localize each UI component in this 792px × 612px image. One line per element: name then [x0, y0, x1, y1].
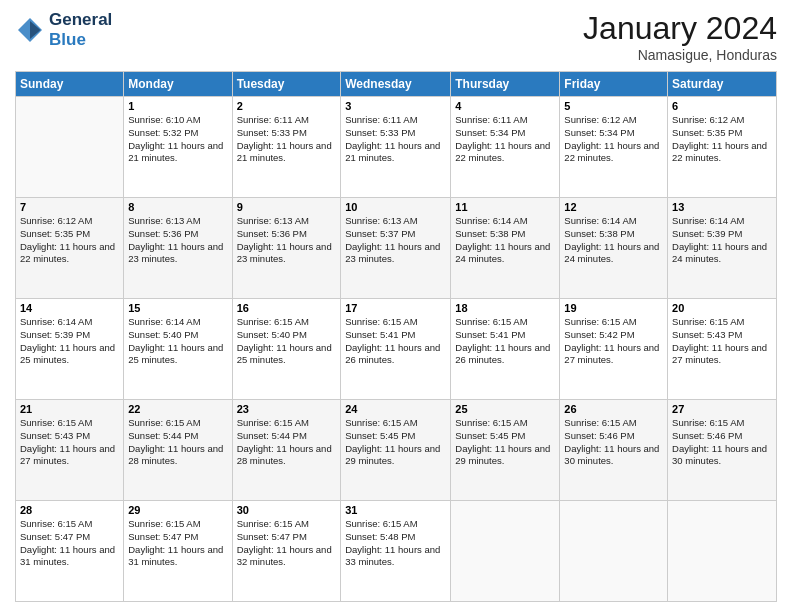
- day-number: 22: [128, 403, 227, 415]
- day-info: Sunrise: 6:12 AMSunset: 5:35 PMDaylight:…: [20, 215, 119, 266]
- day-number: 21: [20, 403, 119, 415]
- day-number: 7: [20, 201, 119, 213]
- day-number: 13: [672, 201, 772, 213]
- weekday-header: Tuesday: [232, 72, 341, 97]
- day-info: Sunrise: 6:14 AMSunset: 5:38 PMDaylight:…: [455, 215, 555, 266]
- calendar-week-row: 14 Sunrise: 6:14 AMSunset: 5:39 PMDaylig…: [16, 299, 777, 400]
- day-info: Sunrise: 6:12 AMSunset: 5:34 PMDaylight:…: [564, 114, 663, 165]
- title-area: January 2024 Namasigue, Honduras: [583, 10, 777, 63]
- location: Namasigue, Honduras: [583, 47, 777, 63]
- day-number: 2: [237, 100, 337, 112]
- logo: General Blue: [15, 10, 112, 50]
- calendar-table: SundayMondayTuesdayWednesdayThursdayFrid…: [15, 71, 777, 602]
- day-number: 30: [237, 504, 337, 516]
- calendar-week-row: 21 Sunrise: 6:15 AMSunset: 5:43 PMDaylig…: [16, 400, 777, 501]
- day-number: 26: [564, 403, 663, 415]
- day-number: 16: [237, 302, 337, 314]
- day-info: Sunrise: 6:15 AMSunset: 5:47 PMDaylight:…: [128, 518, 227, 569]
- day-info: Sunrise: 6:15 AMSunset: 5:43 PMDaylight:…: [672, 316, 772, 367]
- calendar-cell: 30 Sunrise: 6:15 AMSunset: 5:47 PMDaylig…: [232, 501, 341, 602]
- calendar-cell: 21 Sunrise: 6:15 AMSunset: 5:43 PMDaylig…: [16, 400, 124, 501]
- calendar-week-row: 7 Sunrise: 6:12 AMSunset: 5:35 PMDayligh…: [16, 198, 777, 299]
- day-number: 31: [345, 504, 446, 516]
- calendar-cell: 16 Sunrise: 6:15 AMSunset: 5:40 PMDaylig…: [232, 299, 341, 400]
- day-info: Sunrise: 6:15 AMSunset: 5:41 PMDaylight:…: [455, 316, 555, 367]
- calendar-cell: 19 Sunrise: 6:15 AMSunset: 5:42 PMDaylig…: [560, 299, 668, 400]
- day-number: 14: [20, 302, 119, 314]
- day-number: 25: [455, 403, 555, 415]
- calendar-cell: [16, 97, 124, 198]
- calendar-cell: 26 Sunrise: 6:15 AMSunset: 5:46 PMDaylig…: [560, 400, 668, 501]
- calendar-header-row: SundayMondayTuesdayWednesdayThursdayFrid…: [16, 72, 777, 97]
- page: General Blue January 2024 Namasigue, Hon…: [0, 0, 792, 612]
- day-info: Sunrise: 6:15 AMSunset: 5:46 PMDaylight:…: [564, 417, 663, 468]
- calendar-cell: 9 Sunrise: 6:13 AMSunset: 5:36 PMDayligh…: [232, 198, 341, 299]
- weekday-header: Monday: [124, 72, 232, 97]
- calendar-cell: 6 Sunrise: 6:12 AMSunset: 5:35 PMDayligh…: [668, 97, 777, 198]
- calendar-cell: 4 Sunrise: 6:11 AMSunset: 5:34 PMDayligh…: [451, 97, 560, 198]
- calendar-cell: 31 Sunrise: 6:15 AMSunset: 5:48 PMDaylig…: [341, 501, 451, 602]
- day-info: Sunrise: 6:15 AMSunset: 5:47 PMDaylight:…: [20, 518, 119, 569]
- day-info: Sunrise: 6:15 AMSunset: 5:44 PMDaylight:…: [128, 417, 227, 468]
- day-info: Sunrise: 6:11 AMSunset: 5:34 PMDaylight:…: [455, 114, 555, 165]
- calendar-cell: 8 Sunrise: 6:13 AMSunset: 5:36 PMDayligh…: [124, 198, 232, 299]
- day-number: 23: [237, 403, 337, 415]
- day-number: 1: [128, 100, 227, 112]
- day-info: Sunrise: 6:11 AMSunset: 5:33 PMDaylight:…: [237, 114, 337, 165]
- day-number: 18: [455, 302, 555, 314]
- weekday-header: Friday: [560, 72, 668, 97]
- day-info: Sunrise: 6:13 AMSunset: 5:37 PMDaylight:…: [345, 215, 446, 266]
- logo-text: General Blue: [49, 10, 112, 50]
- day-info: Sunrise: 6:15 AMSunset: 5:43 PMDaylight:…: [20, 417, 119, 468]
- day-number: 19: [564, 302, 663, 314]
- day-number: 4: [455, 100, 555, 112]
- calendar-cell: 23 Sunrise: 6:15 AMSunset: 5:44 PMDaylig…: [232, 400, 341, 501]
- day-info: Sunrise: 6:15 AMSunset: 5:46 PMDaylight:…: [672, 417, 772, 468]
- calendar-cell: 18 Sunrise: 6:15 AMSunset: 5:41 PMDaylig…: [451, 299, 560, 400]
- calendar-week-row: 28 Sunrise: 6:15 AMSunset: 5:47 PMDaylig…: [16, 501, 777, 602]
- weekday-header: Thursday: [451, 72, 560, 97]
- day-info: Sunrise: 6:14 AMSunset: 5:39 PMDaylight:…: [20, 316, 119, 367]
- day-info: Sunrise: 6:15 AMSunset: 5:44 PMDaylight:…: [237, 417, 337, 468]
- calendar-week-row: 1 Sunrise: 6:10 AMSunset: 5:32 PMDayligh…: [16, 97, 777, 198]
- calendar-cell: 3 Sunrise: 6:11 AMSunset: 5:33 PMDayligh…: [341, 97, 451, 198]
- calendar-cell: 29 Sunrise: 6:15 AMSunset: 5:47 PMDaylig…: [124, 501, 232, 602]
- weekday-header: Saturday: [668, 72, 777, 97]
- day-info: Sunrise: 6:12 AMSunset: 5:35 PMDaylight:…: [672, 114, 772, 165]
- calendar-cell: [668, 501, 777, 602]
- day-number: 5: [564, 100, 663, 112]
- day-number: 28: [20, 504, 119, 516]
- day-number: 27: [672, 403, 772, 415]
- calendar-cell: 11 Sunrise: 6:14 AMSunset: 5:38 PMDaylig…: [451, 198, 560, 299]
- day-number: 11: [455, 201, 555, 213]
- calendar-cell: 7 Sunrise: 6:12 AMSunset: 5:35 PMDayligh…: [16, 198, 124, 299]
- day-info: Sunrise: 6:14 AMSunset: 5:38 PMDaylight:…: [564, 215, 663, 266]
- logo-icon: [15, 15, 45, 45]
- calendar-cell: [451, 501, 560, 602]
- day-info: Sunrise: 6:15 AMSunset: 5:47 PMDaylight:…: [237, 518, 337, 569]
- calendar-cell: 22 Sunrise: 6:15 AMSunset: 5:44 PMDaylig…: [124, 400, 232, 501]
- calendar-cell: 10 Sunrise: 6:13 AMSunset: 5:37 PMDaylig…: [341, 198, 451, 299]
- day-number: 12: [564, 201, 663, 213]
- day-info: Sunrise: 6:14 AMSunset: 5:39 PMDaylight:…: [672, 215, 772, 266]
- calendar-cell: 5 Sunrise: 6:12 AMSunset: 5:34 PMDayligh…: [560, 97, 668, 198]
- day-number: 15: [128, 302, 227, 314]
- calendar-cell: 14 Sunrise: 6:14 AMSunset: 5:39 PMDaylig…: [16, 299, 124, 400]
- day-info: Sunrise: 6:15 AMSunset: 5:45 PMDaylight:…: [455, 417, 555, 468]
- day-number: 9: [237, 201, 337, 213]
- calendar-cell: 27 Sunrise: 6:15 AMSunset: 5:46 PMDaylig…: [668, 400, 777, 501]
- day-info: Sunrise: 6:15 AMSunset: 5:48 PMDaylight:…: [345, 518, 446, 569]
- day-info: Sunrise: 6:15 AMSunset: 5:45 PMDaylight:…: [345, 417, 446, 468]
- day-info: Sunrise: 6:15 AMSunset: 5:40 PMDaylight:…: [237, 316, 337, 367]
- month-title: January 2024: [583, 10, 777, 47]
- calendar-cell: 20 Sunrise: 6:15 AMSunset: 5:43 PMDaylig…: [668, 299, 777, 400]
- day-number: 6: [672, 100, 772, 112]
- calendar-cell: 17 Sunrise: 6:15 AMSunset: 5:41 PMDaylig…: [341, 299, 451, 400]
- day-info: Sunrise: 6:14 AMSunset: 5:40 PMDaylight:…: [128, 316, 227, 367]
- day-number: 3: [345, 100, 446, 112]
- calendar-cell: 12 Sunrise: 6:14 AMSunset: 5:38 PMDaylig…: [560, 198, 668, 299]
- day-number: 24: [345, 403, 446, 415]
- day-info: Sunrise: 6:13 AMSunset: 5:36 PMDaylight:…: [237, 215, 337, 266]
- day-info: Sunrise: 6:11 AMSunset: 5:33 PMDaylight:…: [345, 114, 446, 165]
- calendar-cell: 1 Sunrise: 6:10 AMSunset: 5:32 PMDayligh…: [124, 97, 232, 198]
